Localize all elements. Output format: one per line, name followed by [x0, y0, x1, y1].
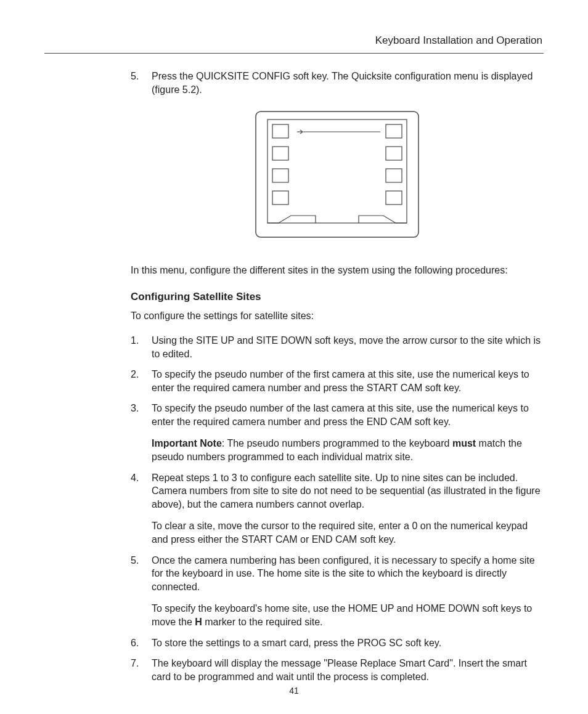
- steps-list: 1. Using the SITE UP and SITE DOWN soft …: [131, 334, 544, 683]
- note-bold: must: [452, 438, 476, 448]
- section-intro: To configure the settings for satellite …: [131, 309, 544, 323]
- step5-p2b: marker to the required site.: [202, 617, 323, 627]
- list-number: 1.: [131, 334, 152, 360]
- top-list-item-5: 5. Press the QUICKSITE CONFIG soft key. …: [131, 70, 544, 96]
- step-7: 7. The keyboard will display the message…: [131, 657, 544, 683]
- header-rule: [44, 53, 544, 54]
- step-1: 1. Using the SITE UP and SITE DOWN soft …: [131, 334, 544, 360]
- step-text-2: To clear a site, move the cursor to the …: [152, 519, 544, 546]
- list-body: To specify the pseudo number of the last…: [152, 402, 544, 463]
- section-heading: Configuring Satellite Sites: [131, 290, 544, 304]
- svg-rect-3: [272, 147, 288, 160]
- page-number: 41: [0, 686, 588, 696]
- svg-rect-4: [272, 169, 288, 182]
- svg-rect-7: [386, 147, 402, 160]
- step-4: 4. Repeat steps 1 to 3 to configure each…: [131, 471, 544, 546]
- list-body: Using the SITE UP and SITE DOWN soft key…: [152, 334, 544, 360]
- list-number: 7.: [131, 657, 152, 683]
- list-number: 5.: [131, 554, 152, 629]
- list-number: 4.: [131, 471, 152, 546]
- list-number: 5.: [131, 70, 152, 96]
- list-number: 6.: [131, 636, 152, 650]
- svg-rect-9: [386, 191, 402, 205]
- content-area: 5. Press the QUICKSITE CONFIG soft key. …: [131, 70, 544, 683]
- step-5: 5. Once the camera numbering has been co…: [131, 554, 544, 629]
- svg-rect-0: [256, 112, 419, 237]
- step-3: 3. To specify the pseudo number of the l…: [131, 402, 544, 463]
- step-text: To specify the pseudo number of the last…: [152, 402, 544, 428]
- list-number: 2.: [131, 368, 152, 394]
- list-number: 3.: [131, 402, 152, 463]
- note-text-a: The pseudo numbers programmed to the key…: [227, 438, 452, 448]
- figure-5-2: [131, 110, 544, 243]
- step-6: 6. To store the settings to a smart card…: [131, 636, 544, 650]
- list-body: Once the camera numbering has been confi…: [152, 554, 544, 629]
- list-body: The keyboard will display the message "P…: [152, 657, 544, 683]
- step-text: Using the SITE UP and SITE DOWN soft key…: [152, 334, 544, 360]
- svg-rect-8: [386, 169, 402, 182]
- svg-rect-2: [272, 124, 288, 138]
- list-body: To store the settings to a smart card, p…: [152, 636, 544, 650]
- step-text: The keyboard will display the message "P…: [152, 657, 544, 683]
- svg-rect-6: [386, 124, 402, 138]
- note-label: Important Note: [152, 438, 222, 448]
- list-text: Press the QUICKSITE CONFIG soft key. The…: [152, 70, 544, 96]
- step-text: To specify the pseudo number of the firs…: [152, 368, 544, 394]
- top-ordered-list: 5. Press the QUICKSITE CONFIG soft key. …: [131, 70, 544, 96]
- important-note: Important Note: The pseudo numbers progr…: [152, 437, 544, 463]
- list-body: Press the QUICKSITE CONFIG soft key. The…: [152, 70, 544, 96]
- svg-rect-5: [272, 191, 288, 205]
- step-text: Repeat steps 1 to 3 to configure each sa…: [152, 471, 544, 511]
- step-2: 2. To specify the pseudo number of the f…: [131, 368, 544, 394]
- step-text-2: To specify the keyboard's home site, use…: [152, 602, 544, 628]
- list-body: To specify the pseudo number of the firs…: [152, 368, 544, 394]
- step-text: Once the camera numbering has been confi…: [152, 554, 544, 594]
- page: Keyboard Installation and Operation 5. P…: [0, 0, 588, 714]
- lead-in-text: In this menu, configure the different si…: [131, 264, 544, 277]
- list-body: Repeat steps 1 to 3 to configure each sa…: [152, 471, 544, 546]
- step-text: To store the settings to a smart card, p…: [152, 636, 544, 650]
- running-header: Keyboard Installation and Operation: [44, 34, 544, 47]
- step5-h-marker: H: [195, 617, 202, 627]
- quicksite-config-diagram: [254, 110, 420, 239]
